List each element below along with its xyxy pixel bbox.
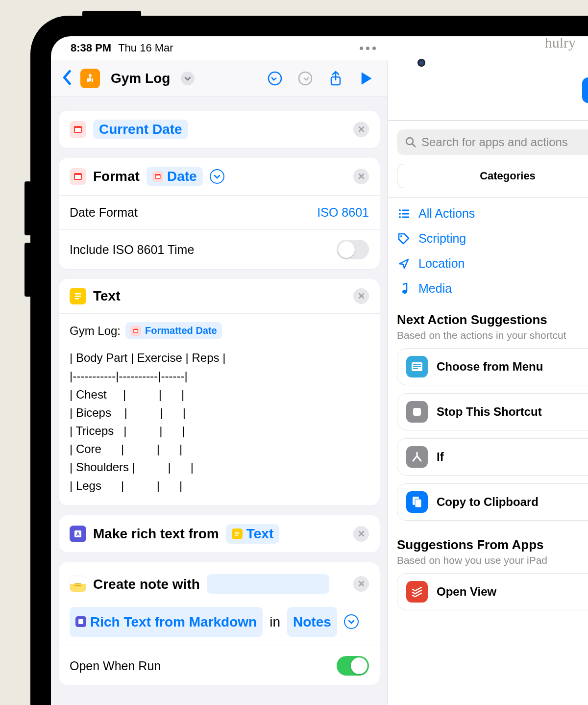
svg-rect-12 [156,176,160,178]
status-date: Thu 16 Mar [118,42,173,54]
screen: 8:38 PM Thu 16 Mar Gym Log [51,36,588,705]
svg-rect-22 [235,535,238,536]
library-pane: Search for apps and actions Categories A… [388,60,588,705]
status-bar: 8:38 PM Thu 16 Mar [51,36,588,60]
svg-rect-25 [78,620,83,625]
shortcut-options-button[interactable] [181,72,195,85]
stop-icon [406,401,428,423]
create-note-verb: Create note with [93,571,200,597]
notes-app-icon [70,576,86,592]
share-button[interactable] [325,68,346,89]
current-date-token[interactable]: Current Date [93,120,188,139]
svg-rect-39 [413,364,421,365]
category-list: All Actions Scripting Location [388,198,588,296]
run-button[interactable] [355,68,377,89]
todoist-icon [406,581,428,603]
create-note-blank-param[interactable] [207,574,329,594]
delete-action-icon[interactable]: ✕ [353,288,369,304]
svg-rect-10 [75,175,81,179]
svg-rect-24 [74,585,81,586]
music-icon [397,282,411,295]
svg-rect-17 [134,330,137,332]
shortcut-app-icon [80,69,100,88]
date-app-icon [70,168,86,185]
category-location[interactable]: Location [397,256,588,271]
richtext-app-icon: A [70,526,86,542]
formatted-date-token[interactable]: Formatted Date [125,322,222,339]
include-time-toggle[interactable] [337,240,369,259]
notes-app-token[interactable]: Notes [287,607,337,637]
svg-rect-31 [402,209,409,211]
date-format-value[interactable]: ISO 8601 [317,205,369,220]
action-create-note[interactable]: Create note with ✕ Rich Text from Markdo… [59,562,380,685]
suggestion-copy-clipboard[interactable]: Copy to Clipboard [397,483,588,521]
svg-rect-35 [402,216,409,218]
open-when-run-toggle[interactable] [337,656,369,676]
action-format-date[interactable]: Format Date ✕ [59,158,380,269]
expand-action-icon[interactable] [210,169,224,184]
category-all-actions[interactable]: All Actions [397,206,588,221]
suggestion-list: Choose from Menu Stop This Shortcut If [388,348,588,521]
svg-text:A: A [76,531,79,537]
delete-action-icon[interactable]: ✕ [353,169,369,184]
svg-rect-33 [402,213,409,214]
redo-button[interactable] [294,68,316,89]
date-app-icon [70,121,86,138]
rich-text-verb: Make rich text from [93,526,219,542]
svg-rect-8 [75,128,81,132]
suggestion-if[interactable]: If [397,438,588,476]
next-suggestions-sub: Based on the actions in your shortcut [388,329,588,348]
row-open-when-run: Open When Run [59,646,380,685]
rich-text-markdown-token[interactable]: Rich Text from Markdown [70,607,263,637]
delete-action-icon[interactable]: ✕ [353,122,369,137]
svg-point-32 [399,213,401,215]
categories-segment[interactable]: Categories [397,164,588,188]
svg-rect-20 [235,531,239,532]
segment-categories[interactable]: Categories [480,170,536,182]
svg-rect-23 [74,583,81,584]
editor-toolbar: Gym Log [51,60,388,97]
location-icon [397,258,411,270]
back-button[interactable] [62,70,72,87]
suggestion-open-view[interactable]: Open View [397,573,588,610]
status-time: 8:38 PM [71,42,111,54]
search-icon [405,136,416,148]
delete-action-icon[interactable]: ✕ [353,526,369,542]
undo-button[interactable] [264,68,286,89]
svg-rect-14 [75,296,81,297]
rich-text-token[interactable]: Text [226,524,280,544]
action-current-date[interactable]: Current Date ✕ [59,111,380,148]
text-app-icon [70,288,86,304]
action-text[interactable]: Text ✕ Gym Log: Formatted Date [59,279,380,505]
svg-point-30 [399,209,401,211]
format-verb: Format [93,169,140,184]
svg-rect-44 [415,499,421,507]
suggestion-stop-shortcut[interactable]: Stop This Shortcut [397,393,588,430]
svg-rect-42 [413,408,421,416]
svg-rect-13 [75,293,81,295]
action-make-rich-text[interactable]: A Make rich text from Text ✕ [59,515,380,553]
category-scripting[interactable]: Scripting [397,231,588,246]
text-markdown-body: | Body Part | Exercise | Reps | |-------… [70,349,369,495]
search-input[interactable]: Search for apps and actions [397,129,588,155]
row-date-format[interactable]: Date Format ISO 8601 [59,195,380,229]
expand-action-icon[interactable] [344,614,359,629]
delete-action-icon[interactable]: ✕ [353,576,369,592]
category-media[interactable]: Media [397,281,588,296]
suggestion-choose-menu[interactable]: Choose from Menu [397,348,588,385]
editor-pane: Gym Log [51,60,388,705]
include-time-label: Include ISO 8601 Time [70,243,194,257]
svg-rect-3 [92,78,93,82]
multitask-dots[interactable] [360,47,376,50]
watermark: hulry [545,34,576,51]
in-word: in [270,609,280,635]
tag-icon [397,232,411,245]
gallery-button[interactable] [582,77,588,103]
list-icon [397,208,411,219]
format-date-token[interactable]: Date [147,167,203,186]
svg-point-36 [400,235,402,237]
shortcut-title: Gym Log [111,71,170,86]
row-include-time: Include ISO 8601 Time [59,229,380,269]
branch-icon [406,446,428,468]
text-content[interactable]: Gym Log: Formatted Date | Body Part | Ex… [59,313,380,505]
